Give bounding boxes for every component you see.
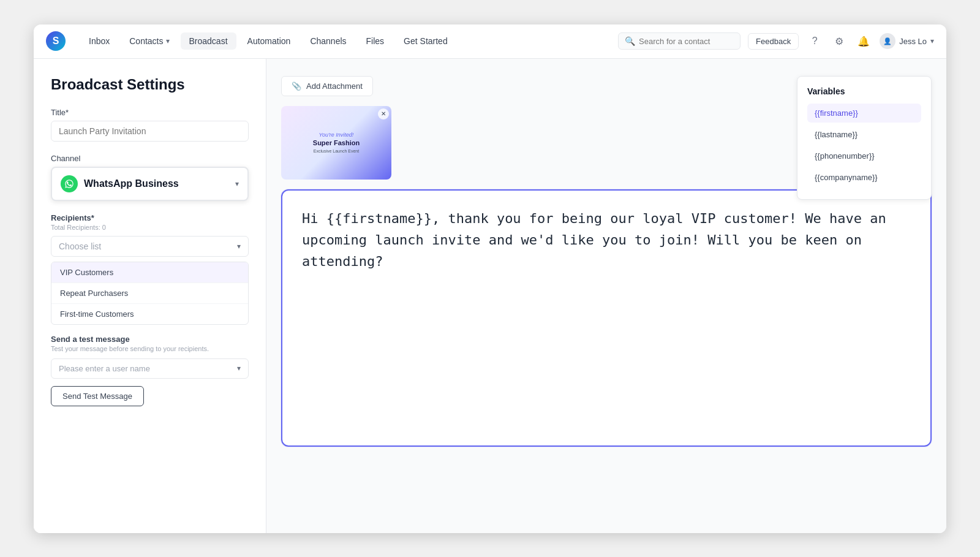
title-input[interactable] — [51, 121, 249, 142]
top-nav: S Inbox Contacts ▾ Broadcast Automation … — [34, 25, 946, 59]
nav-item-inbox[interactable]: Inbox — [80, 32, 118, 50]
recipients-section: Recipients* Total Recipients: 0 Choose l… — [51, 213, 249, 325]
nav-right: 🔍 Feedback ? ⚙ 🔔 👤 Jess Lo ▾ — [618, 32, 934, 50]
whatsapp-icon — [61, 175, 78, 192]
variable-firstname[interactable]: {{firstname}} — [807, 104, 921, 123]
variable-lastname[interactable]: {{lastname}} — [807, 125, 921, 144]
attachment-preview: You're Invited! Super Fashion Exclusive … — [281, 106, 391, 180]
notifications-icon[interactable]: 🔔 — [855, 32, 872, 50]
help-icon[interactable]: ? — [806, 32, 823, 50]
user-dropdown-icon: ▾ — [930, 37, 934, 45]
variables-title: Variables — [807, 86, 921, 96]
list-option-repeat[interactable]: Repeat Purchasers — [51, 283, 248, 304]
search-input[interactable] — [639, 37, 734, 46]
recipients-sub: Total Recipients: 0 — [51, 224, 249, 231]
user-name-chevron-icon: ▾ — [237, 364, 241, 373]
attachment-preview-inner: You're Invited! Super Fashion Exclusive … — [281, 106, 391, 180]
preview-invited-text: You're Invited! — [319, 132, 354, 138]
preview-title-text: Super Fashion — [313, 139, 360, 147]
nav-item-channels[interactable]: Channels — [301, 32, 355, 50]
channel-chevron-icon: ▾ — [235, 180, 239, 188]
nav-item-automation[interactable]: Automation — [239, 32, 300, 50]
choose-list-dropdown[interactable]: Choose list ▾ — [51, 236, 249, 257]
feedback-button[interactable]: Feedback — [748, 33, 799, 50]
list-options: VIP Customers Repeat Purchasers First-ti… — [51, 262, 249, 325]
nav-items: Inbox Contacts ▾ Broadcast Automation Ch… — [80, 32, 618, 50]
user-avatar: 👤 — [880, 33, 895, 49]
channel-dropdown[interactable]: WhatsApp Business ▾ — [51, 167, 249, 201]
variable-phonenumber[interactable]: {{phonenumber}} — [807, 146, 921, 165]
list-option-firsttime[interactable]: First-time Customers — [51, 304, 248, 324]
nav-item-get-started[interactable]: Get Started — [395, 32, 456, 50]
outer-frame: S Inbox Contacts ▾ Broadcast Automation … — [0, 0, 980, 557]
channel-label: Channel — [51, 154, 249, 163]
app-logo: S — [46, 31, 66, 51]
variables-panel: Variables {{firstname}} {{lastname}} {{p… — [797, 76, 932, 200]
variable-companyname[interactable]: {{companyname}} — [807, 168, 921, 187]
main-content: Broadcast Settings Title* Channel — [34, 59, 946, 533]
send-test-sub: Test your message before sending to your… — [51, 345, 249, 352]
nav-item-files[interactable]: Files — [358, 32, 393, 50]
left-panel: Broadcast Settings Title* Channel — [34, 59, 266, 533]
recipients-label: Recipients* — [51, 213, 249, 222]
channel-value: WhatsApp Business — [84, 178, 229, 189]
paperclip-icon: 📎 — [292, 81, 301, 91]
message-box-wrapper: Hi {{firstname}}, thank you for being ou… — [281, 189, 932, 516]
settings-icon[interactable]: ⚙ — [831, 32, 848, 50]
contacts-dropdown-icon: ▾ — [166, 37, 170, 45]
search-box[interactable]: 🔍 — [618, 32, 741, 50]
search-icon: 🔍 — [625, 36, 635, 46]
nav-item-broadcast[interactable]: Broadcast — [181, 32, 236, 50]
page-title: Broadcast Settings — [51, 76, 249, 93]
list-chevron-icon: ▾ — [237, 242, 241, 251]
message-textarea[interactable]: Hi {{firstname}}, thank you for being ou… — [281, 189, 932, 447]
user-menu[interactable]: 👤 Jess Lo ▾ — [880, 33, 934, 49]
channel-field-group: Channel WhatsApp Business ▾ — [51, 154, 249, 201]
close-attachment-button[interactable]: ✕ — [378, 108, 389, 119]
add-attachment-button[interactable]: 📎 Add Attachment — [281, 76, 373, 96]
center-panel: 📎 Add Attachment You're Invited! Super F… — [266, 59, 946, 533]
nav-item-contacts[interactable]: Contacts ▾ — [121, 32, 178, 50]
title-label: Title* — [51, 108, 249, 117]
send-test-section: Send a test message Test your message be… — [51, 335, 249, 406]
send-test-title: Send a test message — [51, 335, 249, 344]
list-option-vip[interactable]: VIP Customers — [51, 262, 248, 283]
title-field-group: Title* — [51, 108, 249, 142]
send-test-button[interactable]: Send Test Message — [51, 386, 144, 406]
user-name-dropdown[interactable]: Please enter a user name ▾ — [51, 358, 249, 379]
preview-sub-text: Exclusive Launch Event — [314, 149, 359, 153]
app-window: S Inbox Contacts ▾ Broadcast Automation … — [34, 25, 946, 533]
